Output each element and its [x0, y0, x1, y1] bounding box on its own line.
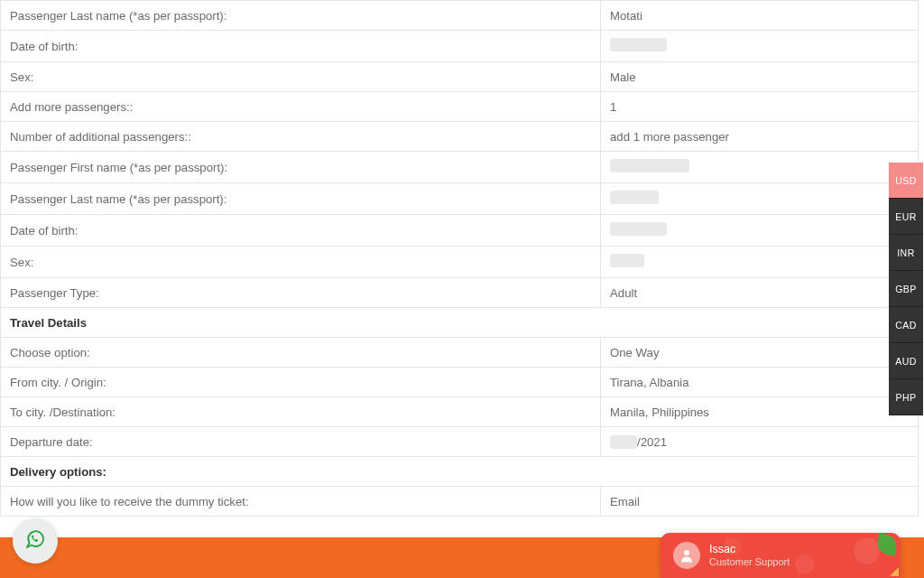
- field-value: Tirana, Albania: [601, 368, 919, 397]
- table-row: Passenger Last name (*as per passport):: [1, 183, 919, 215]
- field-value: Adult: [601, 278, 919, 308]
- table-row: Add more passengers::1: [1, 92, 919, 122]
- table-row: To city. /Destination:Manila, Philippine…: [1, 397, 919, 427]
- field-label: From city. / Origin:: [1, 368, 601, 397]
- field-value: add 1 more passenger: [601, 122, 919, 152]
- field-label: How will you like to receive the dummy t…: [1, 487, 601, 517]
- whatsapp-button[interactable]: [13, 518, 58, 564]
- field-value: Email: [601, 487, 919, 517]
- currency-option-usd[interactable]: USD: [889, 163, 923, 199]
- field-value: Motati: [601, 1, 919, 31]
- field-value: Male: [601, 62, 919, 92]
- leaf-icon: [875, 533, 898, 555]
- table-row: Passenger Last name (*as per passport):M…: [1, 1, 919, 31]
- currency-option-gbp[interactable]: GBP: [889, 271, 923, 307]
- table-row: Date of birth:: [1, 215, 919, 247]
- field-value: /2021: [601, 427, 919, 457]
- table-row: Date of birth:: [1, 31, 919, 62]
- field-label: Date of birth:: [1, 215, 601, 247]
- table-row: Delivery options:: [1, 457, 919, 487]
- table-row: How will you like to receive the dummy t…: [1, 487, 919, 517]
- currency-rail: USDEURINRGBPCADAUDPHP: [889, 163, 923, 415]
- currency-option-cad[interactable]: CAD: [889, 307, 923, 343]
- table-row: Departure date:/2021: [1, 427, 919, 457]
- table-row: Travel Details: [1, 308, 919, 338]
- chat-agent-role: Customer Support: [709, 556, 790, 568]
- field-label: Sex:: [1, 247, 601, 278]
- whatsapp-icon: [24, 528, 46, 554]
- table-row: Sex:: [1, 247, 919, 278]
- section-header: Delivery options:: [1, 457, 919, 487]
- resize-icon: [890, 567, 899, 576]
- chat-widget[interactable]: Issac Customer Support: [661, 533, 901, 578]
- redacted-value: [610, 38, 667, 51]
- field-label: Passenger First name (*as per passport):: [1, 152, 601, 183]
- field-value: [601, 31, 919, 62]
- field-value-suffix: /2021: [637, 435, 667, 449]
- field-value: [601, 183, 919, 215]
- currency-option-aud[interactable]: AUD: [889, 343, 923, 379]
- redacted-value: [610, 159, 689, 172]
- field-value: 1: [601, 92, 919, 122]
- field-value: [601, 215, 919, 247]
- redacted-value: [610, 254, 644, 267]
- table-row: Passenger Type:Adult: [1, 278, 919, 308]
- field-value: [601, 152, 919, 183]
- section-header: Travel Details: [1, 308, 919, 338]
- field-label: Number of additional passengers::: [1, 122, 601, 152]
- field-label: Choose option:: [1, 338, 601, 368]
- field-value: Manila, Philippines: [601, 397, 919, 427]
- field-label: Departure date:: [1, 427, 601, 457]
- field-value: [601, 247, 919, 278]
- field-value: One Way: [601, 338, 919, 368]
- field-label: Passenger Last name (*as per passport):: [1, 183, 601, 215]
- table-row: From city. / Origin:Tirana, Albania: [1, 368, 919, 397]
- table-row: Sex:Male: [1, 62, 919, 92]
- redacted-value: [610, 191, 659, 204]
- svg-point-0: [684, 550, 689, 555]
- redacted-value: [610, 435, 637, 449]
- field-label: Sex:: [1, 62, 601, 92]
- passenger-details-table: Passenger Last name (*as per passport):M…: [0, 0, 919, 517]
- currency-option-eur[interactable]: EUR: [889, 199, 923, 235]
- table-row: Passenger First name (*as per passport):: [1, 152, 919, 183]
- field-label: Date of birth:: [1, 31, 601, 62]
- field-label: Passenger Last name (*as per passport):: [1, 1, 601, 31]
- currency-option-inr[interactable]: INR: [889, 235, 923, 271]
- table-row: Number of additional passengers::add 1 m…: [1, 122, 919, 152]
- field-label: To city. /Destination:: [1, 397, 601, 427]
- chat-agent-name: Issac: [709, 543, 790, 556]
- redacted-value: [610, 222, 667, 236]
- table-row: Choose option:One Way: [1, 338, 919, 368]
- field-label: Passenger Type:: [1, 278, 601, 308]
- currency-option-php[interactable]: PHP: [889, 379, 923, 415]
- avatar: [673, 542, 700, 569]
- field-label: Add more passengers::: [1, 92, 601, 122]
